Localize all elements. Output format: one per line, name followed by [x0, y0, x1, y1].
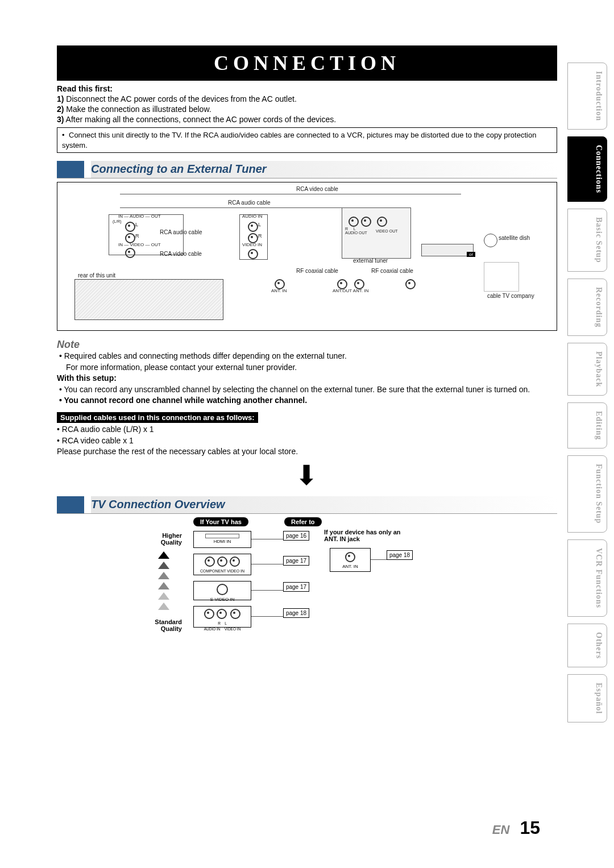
footer-lang: EN [492, 823, 510, 837]
arrow-down-icon: ➡ [293, 461, 321, 488]
device-has-ant-label: If your device has only an ANT. IN jack [324, 529, 415, 542]
label-cabletv-company: cable TV company [487, 293, 534, 299]
section-header-tv-overview: TV Connection Overview [57, 496, 557, 514]
section-title-2: TV Connection Overview [84, 496, 231, 513]
label-rf-coax-right: RF coaxial cable [371, 268, 413, 274]
section-header-external-tuner: Connecting to an External Tuner [57, 161, 557, 178]
page-ref-16: page 16 [283, 531, 309, 541]
page-ref-18a: page 18 [283, 608, 309, 618]
tab-editing[interactable]: Editing [567, 402, 607, 448]
label-rca-video-top: RCA video cable [296, 186, 338, 192]
label-or: or [467, 252, 475, 257]
label-in-audio-out: IN — AUDIO — OUT [118, 214, 161, 219]
label-external-tuner: external tuner [353, 258, 388, 264]
label-rca-video-mid: RCA video cable [160, 251, 202, 257]
step-2: 2) Make the connection as illustrated be… [57, 105, 557, 114]
row-av-label: R L AUDIO IN VIDEO IN [204, 621, 241, 631]
label-l-1: L [135, 222, 138, 227]
row-hdmi-label: HDMI IN [214, 539, 231, 544]
tab-recording[interactable]: Recording [567, 279, 607, 336]
tab-connections[interactable]: Connections [567, 136, 607, 202]
supplied-line-1: • RCA audio cable (L/R) x 1 [57, 424, 557, 435]
side-tabs: Introduction Connections Basic Setup Rec… [567, 63, 607, 722]
with-setup-line-1: • You can record any unscrambled channel… [57, 384, 557, 396]
page-title-banner: Connection [57, 45, 557, 81]
purchase-line: Please purchase the rest of the necessar… [57, 446, 557, 458]
connection-diagram: RCA video cable RCA audio cable IN — AUD… [57, 182, 557, 331]
top-note-box: •Connect this unit directly to the TV. I… [57, 127, 557, 153]
tab-vcr-functions[interactable]: VCR Functions [567, 539, 607, 617]
supplied-line-2: • RCA video cable x 1 [57, 435, 557, 447]
label-video-in: VIDEO IN [242, 242, 262, 247]
supplied-cables-block: Supplied cables used in this connection … [57, 412, 557, 458]
label-rf-coax-left: RF coaxial cable [296, 268, 338, 274]
tab-others[interactable]: Others [567, 624, 607, 667]
label-rca-audio-top: RCA audio cable [228, 200, 271, 206]
note-line-2: For more information, please contact you… [57, 362, 557, 373]
label-r-2: R [258, 233, 262, 239]
label-rear-of-unit: rear of this unit [78, 272, 115, 279]
label-video-out: VIDEO OUT [376, 229, 398, 233]
tab-playback[interactable]: Playback [567, 343, 607, 396]
note-line-1: • Required cables and connecting methods… [57, 351, 557, 362]
footer-page-number: 15 [520, 817, 540, 838]
higher-quality-label: Higher Quality [142, 532, 182, 546]
page-ref-17b: page 17 [283, 582, 309, 592]
ant-in-small-label: ANT. IN [342, 564, 358, 569]
label-l-2: L [258, 222, 261, 227]
tab-basic-setup[interactable]: Basic Setup [567, 209, 607, 272]
unit-rear-illustration [74, 279, 223, 320]
page-ref-17a: page 17 [283, 556, 309, 566]
top-note-text: Connect this unit directly to the TV. If… [62, 131, 536, 149]
supplied-cables-header: Supplied cables used in this connection … [57, 412, 258, 423]
with-this-setup-label: With this setup: [57, 373, 557, 384]
standard-quality-label: Standard Quality [142, 618, 182, 632]
page-ref-18b: page 18 [387, 550, 413, 560]
section-square-icon-2 [57, 496, 84, 513]
read-this-first-label: Read this first: [57, 84, 557, 93]
label-audio-out: R L AUDIO OUT [345, 227, 367, 235]
label-audio-in: AUDIO IN [242, 214, 263, 219]
step-1: 1) Disconnect the AC power cords of the … [57, 94, 557, 103]
tab-function-setup[interactable]: Function Setup [567, 455, 607, 532]
row-component-label: COMPONENT VIDEO IN [200, 569, 244, 573]
section-title-1: Connecting to an External Tuner [84, 161, 272, 178]
section-square-icon [57, 161, 84, 178]
step-3: 3) After making all the connections, con… [57, 115, 557, 124]
label-lr: (L/R) [113, 219, 122, 223]
label-ant-out-in: ANT.OUT ANT. IN [333, 288, 368, 293]
page-footer: EN15 [492, 817, 540, 838]
tab-espanol[interactable]: Español [567, 674, 607, 722]
cannot-record-line: • You cannot record one channel while wa… [57, 395, 557, 406]
tv-overview-diagram: If Your TV has Refer to Higher Quality S… [57, 517, 557, 676]
manual-page: Connection Read this first: 1) Disconnec… [0, 0, 614, 868]
label-r-1: R [135, 233, 139, 239]
pill-if-tv-has: If Your TV has [193, 517, 248, 526]
row-svideo-label: S-VIDEO IN [210, 597, 234, 602]
pill-refer-to: Refer to [284, 517, 322, 526]
label-rca-audio-mid: RCA audio cable [160, 229, 202, 235]
label-ant-in-1: ANT. IN [271, 288, 287, 293]
label-in-video-out: IN — VIDEO — OUT [118, 242, 161, 247]
tab-introduction[interactable]: Introduction [567, 63, 607, 130]
note-heading: Note [57, 339, 557, 351]
label-satellite-dish: satellite dish [499, 235, 530, 241]
